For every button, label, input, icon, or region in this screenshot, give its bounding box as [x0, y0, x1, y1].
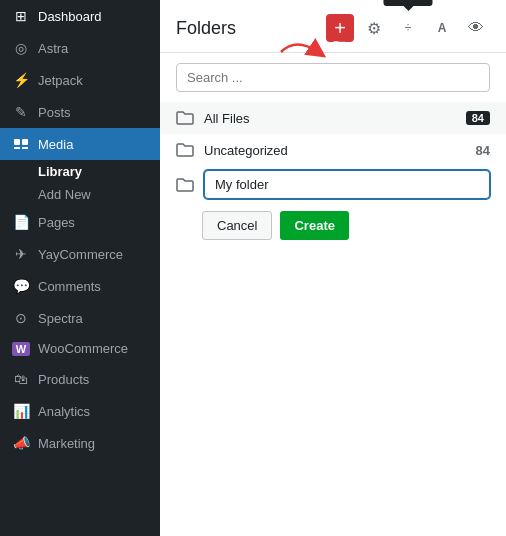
main-content: Folders Create + ☞: [160, 0, 506, 536]
svg-rect-1: [22, 139, 28, 145]
sidebar-item-spectra[interactable]: ⊙ Spectra: [0, 302, 160, 334]
comments-icon: 💬: [12, 277, 30, 295]
sidebar-item-astra[interactable]: ◎ Astra: [0, 32, 160, 64]
uncategorized-count: 84: [476, 143, 490, 158]
jetpack-icon: ⚡: [12, 71, 30, 89]
sidebar-item-comments[interactable]: 💬 Comments: [0, 270, 160, 302]
yaycommerce-icon: ✈: [12, 245, 30, 263]
folders-toolbar: Create + ☞ ⚙: [326, 14, 490, 42]
sidebar-item-marketing[interactable]: 📣 Marketing: [0, 427, 160, 459]
svg-rect-0: [14, 139, 20, 145]
media-icon: [12, 135, 30, 153]
folder-sort-button[interactable]: ÷: [394, 14, 422, 42]
sort-icon: ÷: [405, 21, 412, 35]
analytics-icon: 📊: [12, 402, 30, 420]
sidebar-item-analytics[interactable]: 📊 Analytics: [0, 395, 160, 427]
dashboard-icon: ⊞: [12, 7, 30, 25]
text-icon: A: [438, 21, 447, 35]
astra-icon: ◎: [12, 39, 30, 57]
uncategorized-label: Uncategorized: [204, 143, 466, 158]
sidebar-item-media[interactable]: Media: [0, 128, 160, 160]
cancel-button[interactable]: Cancel: [202, 211, 272, 240]
folder-text-button[interactable]: A: [428, 14, 456, 42]
sidebar-item-label: Spectra: [38, 311, 83, 326]
folder-item-uncategorized[interactable]: Uncategorized 84: [160, 134, 506, 166]
search-input[interactable]: [176, 63, 490, 92]
create-button[interactable]: Create: [280, 211, 348, 240]
create-tooltip: Create: [383, 0, 432, 6]
folder-list: All Files 84 Uncategorized 84: [160, 102, 506, 536]
sidebar-item-label: Comments: [38, 279, 101, 294]
sidebar-item-label: Dashboard: [38, 9, 102, 24]
sidebar-item-products[interactable]: 🛍 Products: [0, 363, 160, 395]
sidebar-item-label: Pages: [38, 215, 75, 230]
sidebar-sub-add-new[interactable]: Add New: [0, 183, 160, 206]
sidebar-item-label: Analytics: [38, 404, 90, 419]
marketing-icon: 📣: [12, 434, 30, 452]
search-area: [160, 53, 506, 102]
woocommerce-icon: W: [12, 342, 30, 356]
sidebar-item-dashboard[interactable]: ⊞ Dashboard: [0, 0, 160, 32]
sidebar-item-yaycommerce[interactable]: ✈ YayCommerce: [0, 238, 160, 270]
spectra-icon: ⊙: [12, 309, 30, 327]
sidebar-item-label: Posts: [38, 105, 71, 120]
sidebar-item-jetpack[interactable]: ⚡ Jetpack: [0, 64, 160, 96]
sidebar-item-label: Media: [38, 137, 73, 152]
products-icon: 🛍: [12, 370, 30, 388]
sidebar-item-pages[interactable]: 📄 Pages: [0, 206, 160, 238]
folders-title: Folders: [176, 18, 236, 39]
create-folder-button[interactable]: + ☞: [326, 14, 354, 42]
sidebar-item-woocommerce[interactable]: W WooCommerce: [0, 334, 160, 363]
new-folder-actions: Cancel Create: [160, 203, 506, 248]
folders-header: Folders Create + ☞: [160, 0, 506, 53]
folders-panel: Folders Create + ☞: [160, 0, 506, 536]
svg-rect-2: [14, 147, 20, 149]
sidebar: ⊞ Dashboard ◎ Astra ⚡ Jetpack ✎ Posts Me…: [0, 0, 160, 536]
folder-settings-button[interactable]: ⚙: [360, 14, 388, 42]
sidebar-item-label: Jetpack: [38, 73, 83, 88]
folder-icon: [176, 110, 194, 126]
sidebar-item-label: Marketing: [38, 436, 95, 451]
posts-icon: ✎: [12, 103, 30, 121]
folder-icon: [176, 142, 194, 158]
sidebar-item-label: Products: [38, 372, 89, 387]
all-files-count: 84: [466, 111, 490, 125]
sidebar-item-label: WooCommerce: [38, 341, 128, 356]
eye-icon: 👁: [468, 19, 484, 37]
pages-icon: 📄: [12, 213, 30, 231]
sidebar-item-label: Astra: [38, 41, 68, 56]
settings-icon: ⚙: [367, 19, 381, 38]
sidebar-item-label: YayCommerce: [38, 247, 123, 262]
folder-eye-button[interactable]: 👁: [462, 14, 490, 42]
plus-icon: +: [334, 18, 346, 38]
all-files-label: All Files: [204, 111, 456, 126]
folder-item-all-files[interactable]: All Files 84: [160, 102, 506, 134]
new-folder-icon: [176, 177, 194, 193]
new-folder-row: [160, 166, 506, 203]
new-folder-input[interactable]: [204, 170, 490, 199]
sidebar-item-posts[interactable]: ✎ Posts: [0, 96, 160, 128]
svg-rect-3: [22, 147, 28, 149]
sidebar-sub-library[interactable]: Library: [0, 160, 160, 183]
